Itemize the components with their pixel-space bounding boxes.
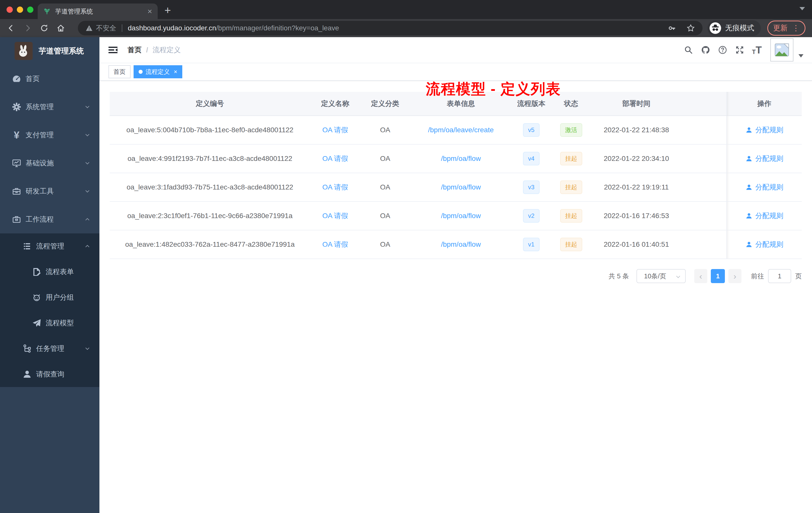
breadcrumb: 首页 / 流程定义 [127, 45, 181, 55]
font-size-icon[interactable]: TT [752, 45, 762, 55]
page-size-value: 10条/页 [644, 272, 666, 280]
github-icon[interactable] [701, 45, 710, 55]
sidebar-item-home[interactable]: 首页 [0, 65, 99, 93]
reload-icon[interactable] [40, 24, 49, 33]
sidebar-item-task-manage[interactable]: 任务管理 [0, 336, 99, 361]
incognito-badge: 无痕模式 [707, 20, 761, 36]
tag-home[interactable]: 首页 [109, 65, 130, 78]
assign-rule-button[interactable]: 分配规则 [745, 211, 783, 221]
forward-icon[interactable] [23, 24, 32, 33]
chevron-down-icon [675, 273, 682, 280]
navbar-actions: TT [676, 38, 812, 61]
sidebar-item-infra[interactable]: 基础设施 [0, 149, 99, 177]
window-zoom-button[interactable] [27, 6, 33, 13]
gear-icon [11, 102, 22, 112]
tab-close-icon[interactable]: × [147, 7, 152, 15]
assign-rule-button[interactable]: 分配规则 [745, 154, 783, 163]
column-header: 定义名称 [310, 92, 360, 116]
browser-tab-strip: 芋道管理系统 × + [0, 0, 812, 19]
sidebar-item-label: 系统管理 [26, 102, 84, 112]
new-tab-button[interactable]: + [165, 4, 171, 17]
browser-update-menu-button[interactable]: 更新 ⋮ [767, 21, 806, 36]
definition-name-link[interactable]: OA 请假 [322, 125, 348, 135]
bookmark-star-icon[interactable] [687, 24, 695, 32]
next-page-button[interactable]: › [728, 269, 742, 283]
page-content: 定义编号 定义名称 定义分类 表单信息 流程版本 状态 部署时间 操作 oa_l… [99, 81, 812, 283]
address-bar[interactable]: 不安全 dashboard.yudao.iocoder.cn /bpm/mana… [78, 21, 702, 35]
form-info-link[interactable]: /bpm/oa/flow [441, 240, 481, 248]
sidebar-item-devtools[interactable]: 研发工具 [0, 177, 99, 205]
favicon-sprout-icon [43, 7, 51, 15]
main-area: 流程模型 - 定义列表 首页 / 流程定义 [99, 37, 812, 513]
spacer-cell [682, 231, 726, 259]
sidebar-item-process-model[interactable]: 流程模型 [0, 310, 99, 336]
goto-page-input[interactable] [768, 269, 791, 283]
window-close-button[interactable] [6, 6, 13, 13]
chevron-down-icon [84, 345, 91, 352]
tag-process-definition[interactable]: 流程定义 × [134, 65, 182, 78]
url-path[interactable]: /bpm/manager/definition?key=oa_leave [216, 24, 658, 32]
toolbox-icon [11, 186, 22, 196]
sidebar-logo-row[interactable]: 芋道管理系统 [0, 37, 99, 65]
url-domain[interactable]: dashboard.yudao.iocoder.cn [128, 24, 216, 32]
sidebar-item-label: 研发工具 [26, 186, 84, 196]
definition-id: oa_leave:4:991f2193-7b7f-11ec-a3c8-acde4… [110, 145, 310, 173]
window-minimize-button[interactable] [17, 6, 23, 13]
sidebar-fold-icon[interactable] [108, 44, 118, 56]
sidebar-logo-title: 芋道管理系统 [39, 46, 84, 56]
search-icon[interactable] [684, 45, 693, 55]
breadcrumb-separator: / [146, 46, 148, 54]
definition-id: oa_leave:1:482ec033-762a-11ec-8477-a2380… [110, 231, 310, 259]
assign-rule-button[interactable]: 分配规则 [745, 240, 783, 249]
app-frame: 芋道管理系统 首页 系统管理 ¥ 支付管理 [0, 37, 812, 513]
home-icon[interactable] [56, 24, 65, 33]
definition-name-link[interactable]: OA 请假 [322, 154, 348, 163]
sidebar-item-user-group[interactable]: 用户分组 [0, 284, 99, 310]
tab-search-caret-icon[interactable] [800, 7, 805, 10]
form-info-link[interactable]: /bpm/oa/leave/create [428, 126, 494, 134]
avatar-dropdown-caret-icon[interactable] [799, 54, 804, 58]
briefcase-icon [11, 214, 22, 224]
prev-page-button[interactable]: ‹ [694, 269, 707, 283]
user-icon [745, 155, 753, 162]
sidebar-item-label: 首页 [26, 74, 91, 84]
logo-avatar [14, 42, 33, 60]
avatar[interactable] [770, 38, 793, 61]
definition-name-link[interactable]: OA 请假 [322, 211, 348, 221]
breadcrumb-home[interactable]: 首页 [127, 45, 142, 55]
form-info-link[interactable]: /bpm/oa/flow [441, 212, 481, 220]
sidebar-item-process-form[interactable]: 流程表单 [0, 259, 99, 284]
back-icon[interactable] [6, 24, 16, 33]
definition-table: 定义编号 定义名称 定义分类 表单信息 流程版本 状态 部署时间 操作 oa_l… [110, 92, 802, 259]
workflow-submenu: 流程管理 流程表单 用户分组 [0, 233, 99, 387]
not-secure-label[interactable]: 不安全 [96, 24, 116, 33]
sidebar-item-payment[interactable]: ¥ 支付管理 [0, 121, 99, 149]
user-icon [745, 241, 753, 248]
form-info-link[interactable]: /bpm/oa/flow [441, 183, 481, 191]
assign-rule-button[interactable]: 分配规则 [745, 182, 783, 192]
spacer-cell [682, 173, 726, 201]
form-info-link[interactable]: /bpm/oa/flow [441, 155, 481, 163]
status-badge: 挂起 [560, 238, 582, 251]
breadcrumb-current: 流程定义 [153, 45, 181, 55]
browser-tab[interactable]: 芋道管理系统 × [38, 3, 158, 19]
tag-close-icon[interactable]: × [174, 68, 177, 75]
sidebar-item-process-manage[interactable]: 流程管理 [0, 233, 99, 259]
definition-name-link[interactable]: OA 请假 [322, 240, 348, 249]
fullscreen-icon[interactable] [735, 45, 745, 55]
sidebar-item-label: 任务管理 [36, 344, 84, 353]
sidebar-item-system[interactable]: 系统管理 [0, 93, 99, 121]
help-icon[interactable] [718, 45, 727, 55]
page-number-1[interactable]: 1 [711, 269, 725, 283]
sidebar-item-label: 工作流程 [26, 215, 84, 224]
password-key-icon[interactable] [668, 24, 676, 32]
page-size-select[interactable]: 10条/页 [637, 269, 686, 283]
sidebar-item-workflow[interactable]: 工作流程 [0, 205, 99, 233]
deploy-time: 2022-01-22 21:48:38 [591, 116, 682, 144]
assign-rule-button[interactable]: 分配规则 [745, 125, 783, 135]
definition-name-link[interactable]: OA 请假 [322, 182, 348, 192]
not-secure-warning-icon [85, 24, 93, 32]
dashboard-icon [11, 74, 22, 84]
tags-view-bar: 首页 流程定义 × [99, 63, 812, 81]
sidebar-item-leave-query[interactable]: 请假查询 [0, 361, 99, 387]
